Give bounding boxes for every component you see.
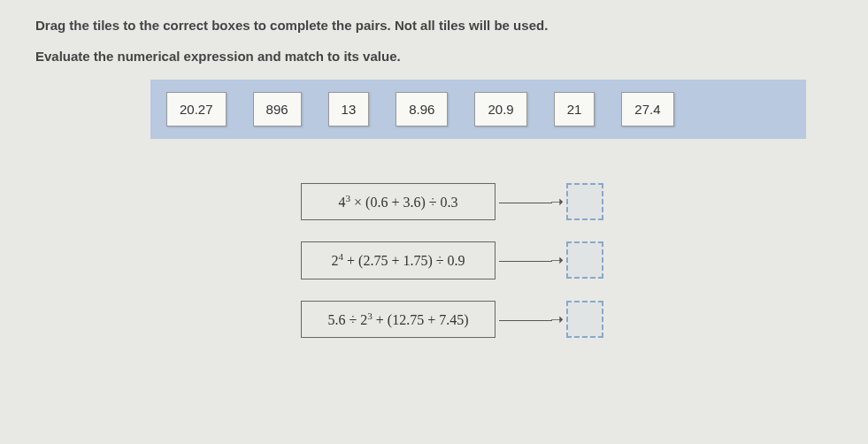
pair-row: 5.6 ÷ 23 + (12.75 + 7.45) ➝ bbox=[301, 301, 833, 338]
expression-box: 5.6 ÷ 23 + (12.75 + 7.45) bbox=[301, 301, 495, 338]
tile[interactable]: 27.4 bbox=[621, 92, 673, 126]
instruction-line-2: Evaluate the numerical expression and ma… bbox=[35, 49, 833, 64]
expr-rest: + (2.75 + 1.75) ÷ 0.9 bbox=[343, 254, 465, 269]
drop-target[interactable] bbox=[566, 183, 603, 220]
instruction-line-1: Drag the tiles to the correct boxes to c… bbox=[35, 18, 833, 33]
expr-rest: + (12.75 + 7.45) bbox=[373, 312, 469, 327]
tile[interactable]: 896 bbox=[253, 92, 302, 126]
tile[interactable]: 20.9 bbox=[474, 92, 526, 126]
tile[interactable]: 13 bbox=[328, 92, 370, 126]
expression-box: 24 + (2.75 + 1.75) ÷ 0.9 bbox=[301, 241, 495, 279]
pair-row: 24 + (2.75 + 1.75) ÷ 0.9 ➝ bbox=[301, 241, 833, 279]
tile-bar: 20.27 896 13 8.96 20.9 21 27.4 bbox=[150, 80, 806, 139]
arrow-icon: ➝ bbox=[495, 192, 566, 211]
drop-target[interactable] bbox=[566, 301, 603, 338]
arrow-icon: ➝ bbox=[495, 310, 566, 329]
pairs-area: 43 × (0.6 + 3.6) ÷ 0.3 ➝ 24 + (2.75 + 1.… bbox=[301, 183, 833, 338]
tile[interactable]: 20.27 bbox=[166, 92, 227, 126]
tile[interactable]: 21 bbox=[554, 92, 595, 126]
arrow-icon: ➝ bbox=[495, 250, 566, 270]
expr-rest: × (0.6 + 3.6) ÷ 0.3 bbox=[350, 195, 457, 210]
expression-box: 43 × (0.6 + 3.6) ÷ 0.3 bbox=[301, 183, 495, 220]
pair-row: 43 × (0.6 + 3.6) ÷ 0.3 ➝ bbox=[301, 183, 833, 220]
drop-target[interactable] bbox=[566, 241, 603, 279]
expr-pre: 5.6 ÷ bbox=[327, 312, 360, 327]
tile[interactable]: 8.96 bbox=[396, 92, 448, 126]
